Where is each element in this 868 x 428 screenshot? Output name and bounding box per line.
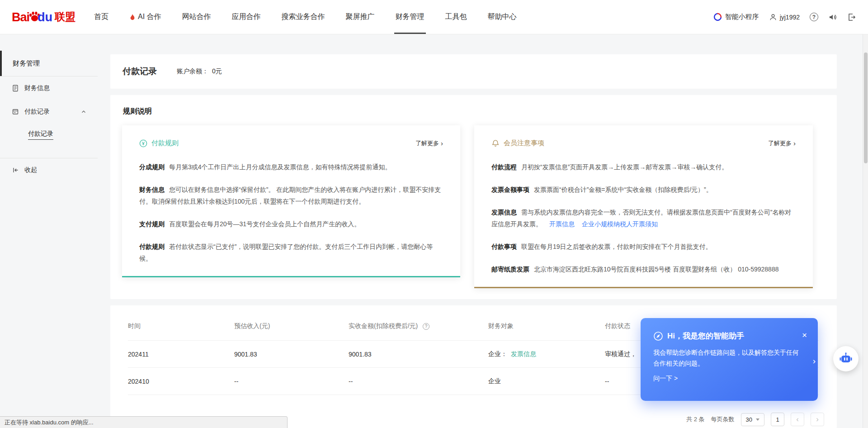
col-header-entity: 财务对象 [488,322,605,330]
rule-item: 邮寄纸质发票北京市海淀区西北旺东路10号院百度科技园5号楼 百度联盟财务组（收）… [491,263,796,275]
rule-item: 发票金额事项发票票面“价税合计”金额=系统中“实收金额（扣除税费后/元）”。 [491,184,796,195]
sidebar-collapse-button[interactable]: 收起 [0,158,98,182]
rule-item: 支付规则百度联盟会在每月20号—31号支付企业会员上个自然月产生的收入。 [139,218,443,230]
col-header-estimated: 预估收入(元) [234,322,349,330]
invoice-info-table-link[interactable]: 发票信息 [511,350,536,357]
member-notes-card: 会员注意事项 了解更多 › 付款流程月初按“发票信息”页面开具发票→上传发票→邮… [474,125,813,288]
speaker-icon[interactable] [828,13,837,22]
robot-icon [838,351,854,366]
ask-now-link[interactable]: 问一下 > [653,375,678,383]
topbar: Bai du 联盟 首页 AI 合作 网站合作 应用合作 搜索业务合作 聚屏推广… [0,0,868,34]
total-count: 共 2 条 [686,415,704,423]
sidebar-item-finance-info[interactable]: 财务信息 [0,76,98,100]
nav-finance-management[interactable]: 财务管理 [385,0,435,34]
per-page-label: 每页条数 [711,415,735,423]
page-title: 付款记录 [123,66,157,77]
cell-actual: 9001.83 [349,351,488,358]
finance-info-icon [12,85,19,92]
cell-actual: -- [349,378,488,385]
scrollbar-track[interactable] [863,34,868,428]
payment-rules-card: 付款规则 了解更多 › 分成规则每月第3或4个工作日产出上月分成信息及发票信息，… [122,125,460,277]
sidebar: 财务管理 财务信息 付款记录 付款记录 收起 [0,34,98,428]
nav-app-cooperation[interactable]: 应用合作 [222,0,271,34]
close-icon[interactable]: × [802,331,807,339]
compass-icon [653,331,663,341]
nav-ai-cooperation[interactable]: AI 合作 [119,0,172,34]
main-nav: 首页 AI 合作 网站合作 应用合作 搜索业务合作 聚屏推广 财务管理 工具包 … [84,0,527,34]
browser-status-bar: 正在等待 xlab.baidu.com 的响应... [0,416,288,428]
collapse-icon [12,166,19,174]
per-page-select[interactable]: 30 [741,413,764,426]
topbar-right: 智能小程序 jyj1992 ? [713,13,856,22]
sidebar-item-payment-records[interactable]: 付款记录 [0,100,98,124]
rule-item: 付款流程月初按“发票信息”页面开具发票→上传发票→邮寄发票→审核→确认支付。 [491,161,796,173]
pagination: 共 2 条 每页条数 30 1 ‹ › [686,413,824,426]
assistant-robot-button[interactable] [833,346,859,371]
nav-website-cooperation[interactable]: 网站合作 [172,0,222,34]
help-circle-icon[interactable]: ? [423,323,429,330]
col-header-time: 时间 [128,322,234,330]
assistant-message: 我会帮助您诊断合作链路问题，以及解答您关于任何合作相关的问题。 [653,347,804,369]
flame-icon [129,14,136,21]
sidebar-subitem-payment-records[interactable]: 付款记录 [0,124,98,146]
payment-rules-title: 付款规则 [139,139,179,147]
cell-estimated: -- [234,378,349,385]
balance-value: 0元 [212,67,222,76]
page-header-card: 付款记录 账户余额： 0元 [110,54,837,89]
miniprogram-icon [713,13,722,21]
invoice-info-link[interactable]: 开票信息 [549,220,575,228]
nav-toolkit[interactable]: 工具包 [435,0,477,34]
coin-icon [139,139,147,147]
help-icon[interactable]: ? [810,13,818,21]
page-number-button[interactable]: 1 [771,413,784,426]
small-taxpayer-invoice-link[interactable]: 企业小规模纳税人开票须知 [582,220,658,228]
learn-more-link-payment[interactable]: 了解更多 › [415,139,443,147]
learn-more-link-member[interactable]: 了解更多 › [768,139,796,147]
assistant-popup: Hi，我是您的智能助手 × 我会帮助您诊断合作链路问题，以及解答您关于任何合作相… [641,318,818,401]
payment-records-icon [12,108,19,115]
logout-icon[interactable] [847,13,856,22]
member-notes-title: 会员注意事项 [491,139,544,147]
cell-estimated: 9001.83 [234,351,349,358]
chevron-down-icon [756,418,760,421]
user-menu[interactable]: jyj1992 [769,13,800,21]
account-balance: 账户余额： 0元 [177,67,222,76]
logo-text-bai: Bai [12,10,29,24]
assistant-title: Hi，我是您的智能助手 [667,331,744,341]
rules-section-title: 规则说明 [123,107,825,116]
rule-item: 发票信息需与系统内发票信息内容完全一致，否则无法支付。请根据发票信息页面中“百度… [491,206,796,230]
rules-section: 规则说明 付款规则 了解更多 › 分成规则每月第3 [110,95,837,299]
smart-miniprogram-link[interactable]: 智能小程序 [713,13,759,21]
cell-entity: 企业 [488,377,605,385]
cell-entity: 企业： 发票信息 [488,350,605,358]
baidu-union-logo[interactable]: Bai du 联盟 [12,10,75,24]
balance-label: 账户余额： [177,67,208,76]
cell-time: 202410 [128,378,234,385]
chevron-right-icon: › [793,139,796,147]
rule-item: 付款事项联盟在每月19日之后签收的发票，付款时间安排在下个月首批支付。 [491,241,796,252]
bell-icon [491,139,500,147]
chevron-up-icon [80,109,87,115]
prev-page-button[interactable]: ‹ [791,413,804,426]
next-page-button[interactable]: › [811,413,824,426]
nav-home[interactable]: 首页 [84,0,119,34]
sidebar-item-finance-management[interactable]: 财务管理 [0,51,98,76]
logo-text-du: du [38,10,52,24]
chevron-right-icon: › [441,139,443,147]
nav-juping-promotion[interactable]: 聚屏推广 [335,0,385,34]
rule-item: 财务信息您可以在财务信息中选择“保留付款”。 在此期间您产生的收入将在账户内进行… [139,184,443,207]
col-header-actual: 实收金额(扣除税费后/元) ? [349,322,488,330]
nav-search-business[interactable]: 搜索业务合作 [271,0,335,34]
popup-arrow-icon[interactable]: › [813,356,816,366]
nav-help-center[interactable]: 帮助中心 [477,0,527,34]
rule-cards: 付款规则 了解更多 › 分成规则每月第3或4个工作日产出上月分成信息及发票信息，… [122,125,825,288]
rule-item: 分成规则每月第3或4个工作日产出上月分成信息及发票信息，如有特殊情况将提前通知。 [139,161,443,173]
user-icon [769,13,777,21]
scrollbar-thumb[interactable] [864,52,868,163]
logo-text-union: 联盟 [55,10,75,24]
rule-item: 付款规则若付款状态显示“已支付”，说明联盟已安排了您的付款。支付后三个工作日内到… [139,241,443,264]
cell-time: 202411 [128,351,234,358]
